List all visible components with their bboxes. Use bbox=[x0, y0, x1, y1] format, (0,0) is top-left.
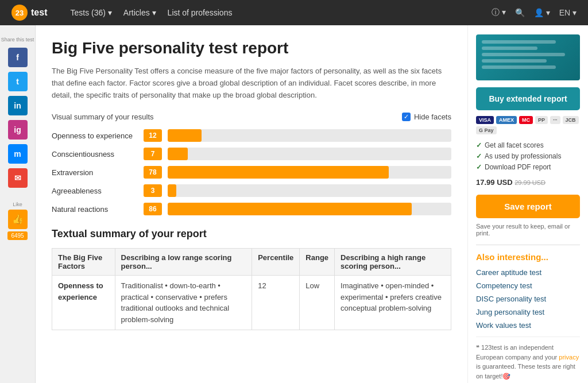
extraversion-fill bbox=[168, 166, 389, 179]
page-wrapper: Share this test f t in ig m ✉ Like 👍 649… bbox=[0, 25, 588, 383]
conscientiousness-label: Conscientiousness bbox=[52, 150, 138, 158]
natural-reactions-track bbox=[168, 203, 451, 215]
jcb-icon: JCB bbox=[563, 116, 579, 124]
interesting-links: Career aptitude test Competency test DIS… bbox=[476, 268, 580, 330]
linkedin-button[interactable]: in bbox=[8, 96, 28, 115]
intro-text: The Big Five Personality Test offers a c… bbox=[52, 65, 451, 101]
work-values-link[interactable]: Work values test bbox=[476, 321, 531, 330]
privacy-link[interactable]: privacy bbox=[559, 354, 579, 361]
price-line: 17.99 USD 29.99 USD bbox=[476, 178, 580, 187]
language-menu[interactable]: EN ▾ bbox=[559, 8, 577, 17]
competency-link[interactable]: Competency test bbox=[476, 281, 532, 290]
feature-pdf: ✓ Download PDF report bbox=[476, 163, 580, 171]
articles-menu[interactable]: Articles ▾ bbox=[123, 8, 156, 17]
gpay-icon: G Pay bbox=[476, 126, 497, 134]
hide-facets-checkbox[interactable]: ✓ bbox=[402, 113, 411, 121]
save-report-button[interactable]: Save report bbox=[476, 195, 580, 218]
textual-summary-heading: Textual summary of your report bbox=[52, 228, 451, 240]
facebook-button[interactable]: f bbox=[8, 48, 28, 67]
like-section: Like 👍 6495 bbox=[7, 202, 27, 240]
quote-icon: ❝ bbox=[476, 344, 479, 351]
agreeableness-track bbox=[168, 184, 451, 197]
natural-reactions-score: 86 bbox=[144, 203, 162, 215]
natural-reactions-fill bbox=[168, 203, 412, 215]
col-percentile: Percentile bbox=[252, 249, 300, 276]
account-menu[interactable]: 👤 ▾ bbox=[534, 8, 550, 17]
visual-summary-label: Visual summary of your results bbox=[52, 113, 154, 121]
range-cell: Low bbox=[300, 276, 335, 330]
professions-link[interactable]: List of professions bbox=[168, 8, 233, 17]
list-item[interactable]: Jung personality test bbox=[476, 307, 580, 316]
table-row: Openness to experience Traditionalist • … bbox=[52, 276, 451, 330]
factor-cell: Openness to experience bbox=[52, 276, 115, 330]
openness-bar-row: Openness to experience 12 bbox=[52, 129, 451, 142]
agreeableness-score: 3 bbox=[144, 184, 162, 197]
report-image bbox=[476, 34, 580, 80]
price-old: 29.99 USD bbox=[514, 179, 546, 186]
hide-facets-toggle[interactable]: ✓ Hide facets bbox=[402, 113, 451, 121]
openness-label: Openness to experience bbox=[52, 131, 138, 140]
extraversion-score: 78 bbox=[144, 166, 162, 179]
disc-link[interactable]: DISC personality test bbox=[476, 295, 546, 303]
info-menu[interactable]: ⓘ ▾ bbox=[492, 7, 506, 18]
also-interesting-title: Also interesting... bbox=[476, 252, 580, 262]
high-desc-cell: Imaginative • open-minded • experimental… bbox=[335, 276, 451, 330]
features-list: ✓ Get all facet scores ✓ As used by prof… bbox=[476, 141, 580, 171]
page-title: Big Five personality test report bbox=[52, 39, 451, 57]
divider bbox=[476, 245, 580, 245]
career-aptitude-link[interactable]: Career aptitude test bbox=[476, 268, 541, 277]
low-desc-cell: Traditionalist • down-to-earth • practic… bbox=[115, 276, 252, 330]
right-panel: Buy extended report VISA AMEX MC PP ··· … bbox=[467, 25, 588, 383]
tests-menu[interactable]: Tests (36) ▾ bbox=[70, 8, 111, 17]
conscientiousness-score: 7 bbox=[144, 148, 162, 160]
save-description: Save your result to keep, email or print… bbox=[476, 223, 580, 237]
amex-icon: AMEX bbox=[496, 116, 517, 124]
agreeableness-label: Agreeableness bbox=[52, 187, 138, 195]
paypal-icon: PP bbox=[535, 116, 548, 124]
nav-links: Tests (36) ▾ Articles ▾ List of professi… bbox=[70, 8, 232, 17]
main-content: Big Five personality test report The Big… bbox=[36, 25, 467, 383]
extraversion-label: Extraversion bbox=[52, 168, 138, 177]
email-button[interactable]: ✉ bbox=[8, 168, 28, 188]
percentile-cell: 12 bbox=[252, 276, 300, 330]
list-item[interactable]: DISC personality test bbox=[476, 294, 580, 303]
openness-fill bbox=[168, 129, 202, 142]
logo[interactable]: 23 test bbox=[11, 5, 47, 21]
conscientiousness-track bbox=[168, 148, 451, 160]
like-label: Like bbox=[13, 202, 22, 207]
nav-right: ⓘ ▾ 🔍 👤 ▾ EN ▾ bbox=[492, 7, 577, 18]
visual-summary-header: Visual summary of your results ✓ Hide fa… bbox=[52, 113, 451, 121]
openness-score: 12 bbox=[144, 129, 162, 142]
col-range: Range bbox=[300, 249, 335, 276]
check-icon: ✓ bbox=[476, 163, 482, 171]
openness-track bbox=[168, 129, 451, 142]
search-button[interactable]: 🔍 bbox=[515, 8, 525, 17]
like-button[interactable]: 👍 bbox=[8, 210, 28, 229]
feature-professionals: ✓ As used by professionals bbox=[476, 152, 580, 160]
agreeableness-fill bbox=[168, 184, 176, 197]
agreeableness-bar-row: Agreeableness 3 bbox=[52, 184, 451, 197]
instagram-button[interactable]: ig bbox=[8, 120, 28, 140]
jung-link[interactable]: Jung personality test bbox=[476, 308, 544, 316]
col-high: Describing a high range scoring person..… bbox=[335, 249, 451, 276]
logo-icon: 23 bbox=[11, 5, 28, 21]
mastercard-icon: MC bbox=[519, 116, 533, 124]
feature-facets: ✓ Get all facet scores bbox=[476, 141, 580, 149]
list-item[interactable]: Career aptitude test bbox=[476, 268, 580, 277]
twitter-button[interactable]: t bbox=[8, 72, 28, 91]
extraversion-bar-row: Extraversion 78 bbox=[52, 166, 451, 179]
col-factors: The Big Five Factors bbox=[52, 249, 115, 276]
check-icon: ✓ bbox=[476, 141, 482, 149]
buy-report-button[interactable]: Buy extended report bbox=[476, 87, 580, 110]
navigation: 23 test Tests (36) ▾ Articles ▾ List of … bbox=[0, 0, 588, 25]
natural-reactions-label: Natural reactions bbox=[52, 205, 138, 214]
target-icon: 🎯 bbox=[502, 373, 510, 380]
natural-reactions-bar-row: Natural reactions 86 bbox=[52, 203, 451, 215]
messenger-button[interactable]: m bbox=[8, 144, 28, 164]
sidebar: Share this test f t in ig m ✉ Like 👍 649… bbox=[0, 25, 36, 383]
price-current: 17.99 USD bbox=[476, 178, 513, 187]
logo-text: test bbox=[31, 7, 47, 18]
list-item[interactable]: Work values test bbox=[476, 320, 580, 330]
list-item[interactable]: Competency test bbox=[476, 281, 580, 290]
share-label: Share this test bbox=[1, 37, 34, 43]
